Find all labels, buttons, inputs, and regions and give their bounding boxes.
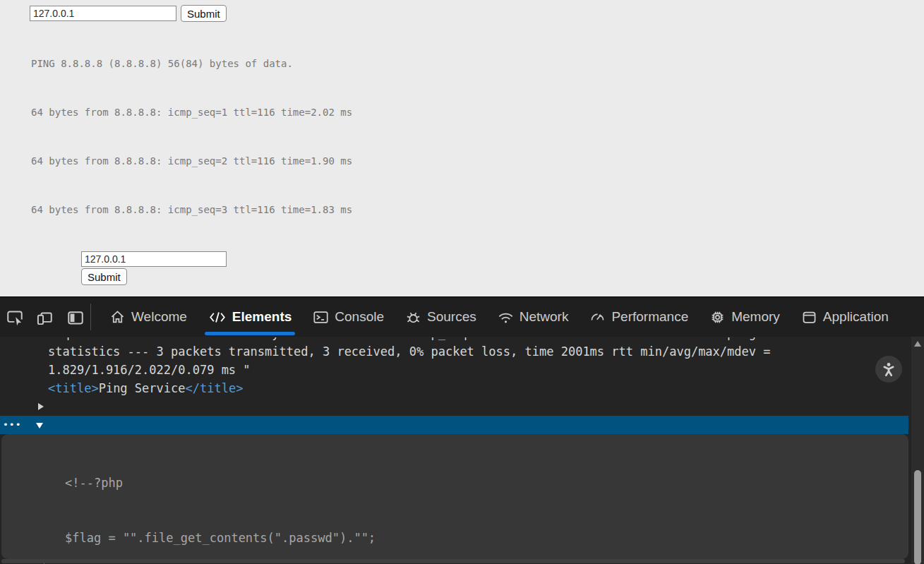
devtools-panel: Welcome Elements Console xyxy=(0,296,924,564)
tab-label: Sources xyxy=(427,309,476,325)
tab-label: Elements xyxy=(232,309,292,325)
ping-line: 64 bytes from 8.8.8.8: icmp_seq=3 ttl=11… xyxy=(31,202,400,218)
gauge-icon xyxy=(589,309,606,325)
code-line: $flag = "".file_get_contents(".passwd").… xyxy=(65,529,908,547)
tab-label: Application xyxy=(823,309,889,325)
row-actions-ellipsis[interactable]: ••• xyxy=(3,416,21,434)
inspect-element-button[interactable] xyxy=(6,308,24,327)
title-open-tag: <title> xyxy=(48,381,99,395)
devtools-tabs: Welcome Elements Console xyxy=(99,297,899,337)
browser-page: Submit PING 8.8.8.8 (8.8.8.8) 56(84) byt… xyxy=(0,0,924,296)
text-node-row[interactable]: statistics --- 3 packets transmitted, 3 … xyxy=(0,342,908,361)
expand-arrow-icon[interactable] xyxy=(38,403,44,410)
wifi-icon xyxy=(498,309,514,325)
tab-elements[interactable]: Elements xyxy=(198,297,302,337)
toolbar-separator xyxy=(90,304,91,330)
device-emulation-icon xyxy=(35,308,54,327)
window-icon xyxy=(801,309,817,325)
tab-label: Console xyxy=(335,309,384,325)
text-node-row[interactable]: 1.829/1.916/2.022/0.079 ms " xyxy=(0,361,908,379)
ping-line: 64 bytes from 8.8.8.8: icmp_seq=2 ttl=11… xyxy=(31,153,400,169)
selected-pre-node-row[interactable]: ••• <pre> == $0 xyxy=(0,416,908,434)
tab-sources[interactable]: Sources xyxy=(395,297,487,337)
elements-tree: seq=2 ttl=116 time=1.90 ms 64 bytes from… xyxy=(0,337,924,564)
collapse-arrow-icon[interactable] xyxy=(36,423,43,428)
code-icon xyxy=(208,309,227,325)
scroll-up-arrow[interactable] xyxy=(914,341,921,347)
tab-welcome[interactable]: Welcome xyxy=(99,297,198,337)
vertical-scrollbar-thumb[interactable] xyxy=(914,470,921,564)
ping-line: PING 8.8.8.8 (8.8.8.8) 56(84) bytes of d… xyxy=(31,56,400,72)
title-node-row[interactable]: <title>Ping Service</title> xyxy=(0,379,908,397)
form-node-row[interactable]: <form method="POST" action="index.php"> … xyxy=(0,397,908,416)
tab-label: Welcome xyxy=(131,309,187,325)
tab-network[interactable]: Network xyxy=(487,297,580,337)
ip-input-bottom[interactable] xyxy=(81,251,227,267)
device-emulation-button[interactable] xyxy=(35,308,54,327)
ping-line: 64 bytes from 8.8.8.8: icmp_seq=1 ttl=11… xyxy=(31,104,400,121)
horizontal-scrollbar-thumb[interactable] xyxy=(1,559,905,563)
tab-label: Performance xyxy=(611,309,688,325)
submit-button-bottom[interactable]: Submit xyxy=(81,268,127,285)
title-close-tag: </title> xyxy=(185,381,243,395)
php-source-code: <!--?php $flag = "".file_get_contents(".… xyxy=(1,437,908,559)
clipped-text-row: seq=2 ttl=116 time=1.90 ms 64 bytes from… xyxy=(0,337,908,342)
tab-performance[interactable]: Performance xyxy=(579,297,699,337)
clipped-text: seq=2 ttl=116 time=1.90 ms 64 bytes from… xyxy=(0,337,908,342)
accessibility-person-icon xyxy=(880,361,897,378)
tab-label: Network xyxy=(520,309,569,325)
chip-icon xyxy=(709,309,726,325)
tab-console[interactable]: Console xyxy=(302,297,395,337)
inspect-icon xyxy=(6,308,24,327)
ip-input-top[interactable] xyxy=(30,6,176,21)
dock-panel-button[interactable] xyxy=(66,308,85,327)
bug-icon xyxy=(405,309,421,325)
console-icon xyxy=(313,309,329,325)
active-tab-indicator xyxy=(205,332,295,335)
submit-button-top[interactable]: Submit xyxy=(181,5,227,22)
home-icon xyxy=(109,309,126,325)
pre-content-container: <!--?php $flag = "".file_get_contents(".… xyxy=(1,434,908,559)
title-text: Ping Service xyxy=(99,381,186,395)
code-line: <!--?php xyxy=(65,474,908,492)
devtools-toolbar: Welcome Elements Console xyxy=(0,297,924,337)
tab-application[interactable]: Application xyxy=(791,297,899,337)
tab-memory[interactable]: Memory xyxy=(699,297,791,337)
tab-label: Memory xyxy=(731,309,780,325)
dock-side-icon xyxy=(66,308,85,327)
accessibility-button[interactable] xyxy=(875,356,902,383)
